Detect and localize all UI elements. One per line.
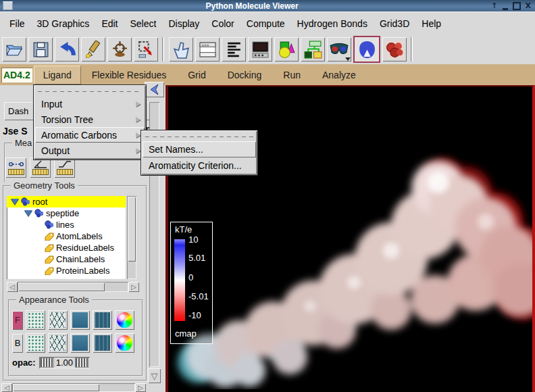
tree-label: ResidueLabels	[56, 243, 114, 253]
tree-row-proteinlabels[interactable]: ProteinLabels	[7, 265, 126, 276]
menu-item-aromatic-carbons[interactable]: Aromatic Carbons	[35, 127, 145, 143]
tree-vscrollbar[interactable]	[127, 196, 136, 279]
gouraud-texture-icon	[95, 312, 110, 328]
front-gouraud-style-button[interactable]	[93, 310, 112, 330]
undo-button[interactable]	[55, 37, 79, 62]
back-color-button[interactable]	[115, 333, 134, 353]
front-wireframe-style-button[interactable]	[48, 310, 68, 330]
measure-angle-button[interactable]	[30, 157, 51, 178]
minimize-button[interactable]	[503, 6, 508, 10]
tab-analyze[interactable]: Analyze	[311, 66, 367, 84]
expander-icon[interactable]	[11, 199, 19, 205]
menu-help[interactable]: Help	[415, 13, 447, 34]
titlebar[interactable]: Python Molecule Viewer ↑ X	[0, 0, 535, 11]
menu-3d-graphics[interactable]: 3D Graphics	[31, 13, 96, 34]
molecule-surface-button[interactable]	[382, 37, 407, 62]
menu-color[interactable]: Color	[205, 13, 240, 34]
back-points-style-button[interactable]	[26, 333, 45, 353]
front-button[interactable]: F	[12, 311, 23, 330]
save-icon	[32, 41, 50, 59]
menu-select[interactable]: Select	[124, 13, 163, 34]
menu-item-input[interactable]: Input	[35, 96, 145, 112]
front-color-button[interactable]	[115, 310, 134, 330]
flat-texture-icon	[72, 335, 88, 351]
ad42-badge: AD4.2	[1, 68, 32, 82]
stereo-glasses-button[interactable]	[327, 37, 351, 62]
tree-row-root[interactable]: root	[7, 196, 126, 207]
adt-ligand-button[interactable]	[353, 36, 380, 63]
open-file-button[interactable]	[2, 37, 26, 62]
back-gouraud-style-button[interactable]	[93, 333, 112, 353]
measure-distance-button[interactable]	[5, 157, 26, 178]
tree-row-chainlabels[interactable]: ChainLabels	[7, 253, 126, 265]
menu-edit[interactable]: Edit	[95, 13, 124, 34]
menu-file[interactable]: File	[3, 13, 31, 34]
window-icon	[3, 1, 13, 10]
menu-item-label: Set Names...	[149, 144, 203, 155]
panel-hscrollbar-thumb[interactable]	[13, 384, 99, 391]
menu-item-aromaticity-criterion[interactable]: Aromaticity Criterion...	[143, 157, 256, 174]
opacity-thumbwheel[interactable]: 1.00	[39, 357, 90, 368]
text-lines-button[interactable]	[222, 37, 246, 62]
menu-display[interactable]: Display	[162, 13, 205, 34]
save-button[interactable]	[28, 37, 53, 62]
tree-row-residuelabels[interactable]: ResidueLabels	[7, 242, 126, 253]
tab-ligand[interactable]: Ligand	[34, 66, 81, 84]
tab-run[interactable]: Run	[272, 66, 311, 84]
menubar: File 3D Graphics Edit Select Display Col…	[0, 11, 535, 36]
python-shell-button[interactable]: >>>	[195, 37, 220, 62]
scroll-right-icon[interactable]: ▷	[135, 383, 146, 392]
shade-button[interactable]: ↑	[491, 1, 497, 11]
label-spray-button[interactable]	[81, 37, 105, 62]
tab-docking[interactable]: Docking	[217, 66, 273, 84]
scroll-right-icon[interactable]: ▷	[128, 282, 139, 292]
tree-hscrollbar[interactable]: ◁ ▷	[7, 282, 139, 292]
rectangle-select-button[interactable]	[134, 37, 158, 62]
panel-collapse-button[interactable]	[145, 82, 164, 97]
tab-grid[interactable]: Grid	[177, 66, 216, 84]
front-points-style-button[interactable]	[26, 310, 45, 330]
menu-tearoff-handle[interactable]	[145, 133, 253, 141]
label-spray-icon	[84, 41, 103, 59]
tree-row-speptide[interactable]: speptide	[7, 207, 126, 219]
scroll-left-icon[interactable]: ◁	[7, 282, 18, 292]
back-button[interactable]: B	[12, 334, 23, 353]
close-button[interactable]: X	[526, 1, 531, 11]
front-flat-style-button[interactable]	[70, 310, 90, 330]
measure-torsion-button[interactable]	[54, 157, 75, 178]
vision-dag-button[interactable]	[301, 37, 325, 62]
back-flat-style-button[interactable]	[70, 333, 90, 353]
3d-shapes-button[interactable]	[274, 37, 299, 62]
thumbwheel-ribs-icon[interactable]	[40, 358, 54, 368]
tree-label: root	[32, 197, 47, 207]
panel-scroll-down-button[interactable]: ▽	[148, 368, 161, 383]
geometry-tools-group: Geometry Tools root speptide lines A	[3, 185, 147, 381]
undo-icon	[58, 41, 76, 59]
aromatic-carbons-submenu: Set Names... Aromaticity Criterion...	[141, 130, 258, 176]
toolbar: >>>	[0, 34, 535, 65]
tree-hscrollbar-thumb[interactable]	[18, 283, 105, 291]
menu-item-output[interactable]: Output	[35, 143, 145, 158]
menu-hydrogen-bonds[interactable]: Hydrogen Bonds	[291, 13, 374, 34]
record-camera-button[interactable]	[248, 37, 272, 62]
stereo-dropdown-arrow-icon[interactable]	[345, 57, 351, 61]
menu-item-torsion-tree[interactable]: Torsion Tree	[35, 112, 145, 127]
colormap-gradient-bar	[174, 239, 185, 321]
thumbwheel-ribs-icon[interactable]	[75, 358, 89, 368]
tab-flexible-residues[interactable]: Flexible Residues	[81, 66, 178, 84]
scroll-left-icon[interactable]: ◁	[1, 383, 12, 392]
expander-icon[interactable]	[24, 210, 32, 216]
tree-vscrollbar-thumb[interactable]	[128, 197, 136, 262]
molecule-icon	[34, 209, 44, 218]
tree-row-atomlabels[interactable]: AtomLabels	[7, 230, 126, 242]
panel-hscrollbar[interactable]: ◁ ▷	[1, 383, 146, 392]
tree-row-lines[interactable]: lines	[7, 219, 126, 230]
back-wireframe-style-button[interactable]	[48, 333, 68, 353]
menu-grid3d[interactable]: Grid3D	[374, 13, 415, 34]
maximize-button[interactable]	[513, 2, 521, 10]
center-target-button[interactable]	[107, 37, 132, 62]
menu-compute[interactable]: Compute	[240, 13, 291, 34]
pick-hand-button[interactable]	[169, 37, 193, 62]
menu-item-set-names[interactable]: Set Names...	[143, 141, 256, 157]
menu-tearoff-handle[interactable]	[38, 88, 142, 95]
